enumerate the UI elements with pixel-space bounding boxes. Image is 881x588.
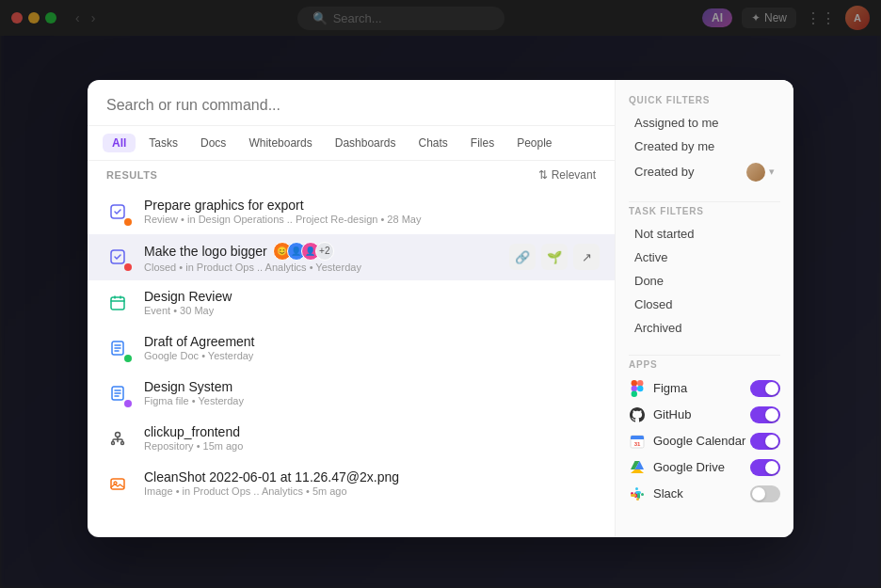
app-label-google-calendar: 31 Google Calendar — [629, 433, 745, 450]
task-filters-title: TASK FILTERS — [629, 206, 780, 216]
google-drive-icon — [629, 459, 646, 476]
result-icon-repo — [103, 423, 133, 453]
figma-icon — [629, 380, 646, 397]
command-palette: All Tasks Docs Whiteboards Dashboards Ch… — [88, 80, 793, 537]
result-content: Prepare graphics for export Review • in … — [144, 198, 600, 225]
result-item[interactable]: Draft of Agreement Google Doc • Yesterda… — [88, 326, 615, 371]
divider — [629, 201, 780, 202]
result-content: Design System Figma file • Yesterday — [144, 379, 600, 406]
status-dot — [124, 400, 132, 407]
app-row-figma: Figma — [629, 375, 780, 402]
search-input-area — [88, 80, 615, 126]
svg-rect-23 — [641, 493, 644, 496]
google-calendar-label: Google Calendar — [653, 434, 745, 448]
tab-people[interactable]: People — [507, 134, 561, 152]
tab-files[interactable]: Files — [461, 134, 504, 152]
svg-rect-25 — [636, 498, 639, 501]
assign-action-button[interactable]: 🌱 — [541, 244, 568, 270]
filter-created-by-me[interactable]: Created by me — [629, 135, 780, 158]
status-dot — [124, 355, 132, 362]
result-title: Design Review — [144, 289, 600, 304]
result-item[interactable]: clickup_frontend Repository • 15m ago — [88, 416, 615, 461]
result-content: Draft of Agreement Google Doc • Yesterda… — [144, 334, 600, 361]
slack-label: Slack — [653, 486, 683, 501]
result-content: Make the logo bigger 😊 👤 👤 +2 Closed • i… — [144, 242, 498, 273]
result-item[interactable]: Make the logo bigger 😊 👤 👤 +2 Closed • i… — [88, 234, 615, 280]
svg-rect-10 — [632, 380, 637, 386]
app-label-slack: Slack — [629, 485, 683, 502]
tab-dashboards[interactable]: Dashboards — [326, 134, 406, 152]
sort-button[interactable]: ⇅ Relevant — [538, 168, 596, 182]
result-title: Draft of Agreement — [144, 334, 600, 349]
result-icon-task — [103, 197, 133, 227]
result-meta: Review • in Design Operations .. Project… — [144, 214, 600, 225]
filter-archived[interactable]: Archived — [629, 316, 780, 340]
github-icon — [629, 406, 646, 423]
filter-created-by[interactable]: Created by ▾ — [629, 158, 780, 186]
result-icon-calendar — [103, 288, 133, 318]
github-toggle[interactable] — [750, 406, 780, 423]
tab-tasks[interactable]: Tasks — [139, 134, 187, 152]
open-action-button[interactable]: ↗ — [573, 244, 600, 270]
sort-icon: ⇅ — [538, 168, 548, 182]
results-list: Prepare graphics for export Review • in … — [88, 185, 615, 537]
filter-closed[interactable]: Closed — [629, 293, 780, 316]
result-item[interactable]: Design Review Event • 30 May — [88, 280, 615, 326]
filter-label: Assigned to me — [634, 116, 719, 130]
filter-not-started[interactable]: Not started — [629, 222, 780, 246]
result-actions: 🔗 🌱 ↗ — [509, 244, 600, 270]
result-item[interactable]: Prepare graphics for export Review • in … — [88, 189, 615, 234]
avatar-group: 😊 👤 👤 +2 — [273, 242, 334, 261]
result-item[interactable]: Design System Figma file • Yesterday — [88, 371, 615, 416]
status-dot — [124, 218, 132, 226]
filter-done[interactable]: Done — [629, 269, 780, 293]
apps-title: APPS — [629, 359, 780, 370]
result-meta: Figma file • Yesterday — [144, 395, 600, 406]
filter-label: Created by me — [634, 139, 714, 153]
result-item[interactable]: CleanShot 2022-06-01 at 11.26.47@2x.png … — [88, 461, 615, 506]
svg-rect-8 — [111, 479, 124, 489]
app-row-google-drive: Google Drive — [629, 454, 780, 481]
result-icon-doc — [103, 378, 133, 408]
svg-point-13 — [637, 385, 643, 390]
created-by-avatar — [746, 163, 765, 182]
result-meta: Google Doc • Yesterday — [144, 350, 600, 361]
svg-rect-2 — [111, 297, 124, 310]
result-meta: Image • in Product Ops .. Analytics • 5m… — [144, 485, 600, 497]
app-row-google-calendar: 31 Google Calendar — [629, 428, 780, 454]
result-content: CleanShot 2022-06-01 at 11.26.47@2x.png … — [144, 469, 600, 497]
result-meta: Closed • in Product Ops .. Analytics • Y… — [144, 262, 498, 273]
quick-filters-title: QUICK FILTERS — [629, 95, 780, 105]
tab-all[interactable]: All — [103, 134, 136, 152]
filter-label: Created by — [634, 165, 695, 179]
result-title: Make the logo bigger 😊 👤 👤 +2 — [144, 242, 498, 261]
app-row-github: GitHub — [629, 402, 780, 428]
link-action-button[interactable]: 🔗 — [509, 244, 536, 270]
modal-overlay: All Tasks Docs Whiteboards Dashboards Ch… — [0, 0, 881, 588]
result-title: clickup_frontend — [144, 424, 600, 439]
filter-assigned-to-me[interactable]: Assigned to me — [629, 111, 780, 135]
slack-toggle[interactable] — [750, 485, 780, 502]
result-title: CleanShot 2022-06-01 at 11.26.47@2x.png — [144, 469, 600, 485]
app-row-slack: Slack — [629, 481, 780, 507]
task-filters-section: TASK FILTERS Not started Active Done Clo… — [629, 206, 780, 340]
left-panel: All Tasks Docs Whiteboards Dashboards Ch… — [88, 80, 615, 537]
figma-toggle[interactable] — [750, 380, 780, 397]
result-content: Design Review Event • 30 May — [144, 289, 600, 316]
divider — [629, 355, 780, 356]
result-icon-task — [103, 242, 133, 272]
tab-chats[interactable]: Chats — [408, 134, 457, 152]
svg-rect-11 — [637, 380, 643, 386]
svg-point-6 — [112, 441, 115, 444]
svg-rect-26 — [631, 494, 636, 497]
created-by-controls: ▾ — [746, 163, 775, 182]
tab-whiteboards[interactable]: Whiteboards — [239, 134, 321, 152]
results-header: RESULTS ⇅ Relevant — [88, 161, 615, 185]
chevron-down-icon: ▾ — [769, 166, 775, 178]
filter-active[interactable]: Active — [629, 246, 780, 269]
google-drive-toggle[interactable] — [750, 459, 780, 476]
google-calendar-toggle[interactable] — [750, 433, 780, 450]
tab-docs[interactable]: Docs — [191, 134, 235, 152]
svg-text:31: 31 — [634, 441, 641, 447]
command-search-input[interactable] — [106, 97, 596, 114]
